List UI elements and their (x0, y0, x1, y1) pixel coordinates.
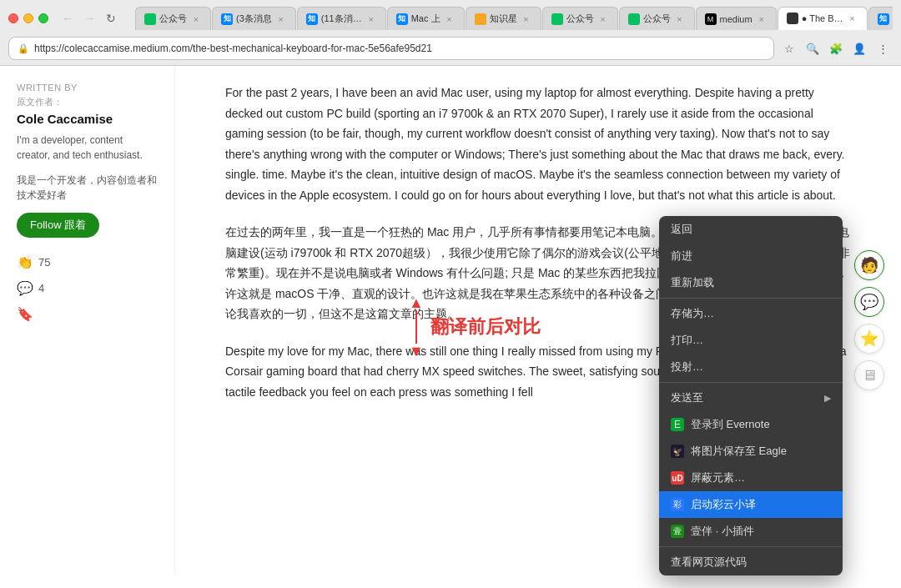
author-bio-zh: 我是一个开发者，内容创造者和技术爱好者 (17, 173, 158, 203)
context-menu-reload[interactable]: 重新加载 (659, 269, 843, 296)
author-bio-en: I'm a developer, content creator, and te… (17, 133, 158, 163)
written-by-label: WRITTEN BY (17, 83, 158, 93)
tab-favicon: M (705, 13, 717, 25)
context-forward-label: 前进 (671, 249, 692, 264)
evernote-icon: E (671, 418, 684, 431)
clap-action[interactable]: 👏 75 (17, 254, 158, 270)
tab-close-icon[interactable]: × (444, 13, 456, 25)
tab-the-best-active[interactable]: ● The B… × (778, 7, 868, 30)
minimize-window-button[interactable] (23, 13, 33, 23)
tab-close-icon[interactable]: × (597, 13, 609, 25)
tab-favicon (787, 13, 798, 24)
close-window-button[interactable] (8, 13, 18, 23)
context-menu-back[interactable]: 返回 (659, 216, 843, 243)
back-button[interactable]: ← (58, 9, 77, 28)
toolbar-icons: ☆ 🔍 🧩 👤 ⋮ (779, 38, 893, 58)
context-menu-yiban[interactable]: 壹 壹伴 · 小插件 (659, 518, 843, 545)
tab-knowledge[interactable]: 知识星 × (466, 7, 541, 30)
float-buttons: 🧑 💬 ⭐ 🖥 (854, 250, 884, 390)
article-paragraph-1: For the past 2 years, I have been an avi… (225, 83, 851, 205)
context-menu-cast[interactable]: 投射… (659, 354, 843, 380)
follow-button[interactable]: Follow 跟着 (17, 213, 99, 238)
tab-favicon (628, 13, 640, 25)
search-button[interactable]: 🔍 (803, 38, 823, 58)
tab-label: Mac 上 (411, 13, 440, 25)
context-menu-send[interactable]: 发送至 ▶ (659, 384, 843, 411)
tab-mac[interactable]: 知 Mac 上 × (387, 7, 465, 30)
context-send-label: 发送至 (671, 390, 703, 405)
tab-label: 公众号 (566, 13, 594, 25)
address-bar-row: 🔒 https://colecaccamise.medium.com/the-b… (0, 33, 901, 65)
float-button-profile[interactable]: 🧑 (854, 250, 884, 280)
menu-button[interactable]: ⋮ (873, 38, 893, 58)
title-bar: ← → ↻ 公众号 × 知 (3条消息 × 知 (11条消… × 知 (0, 0, 901, 33)
fullscreen-window-button[interactable] (38, 13, 48, 23)
context-eagle-label: 将图片保存至 Eagle (691, 444, 787, 459)
context-menu-save[interactable]: 存储为… (659, 300, 843, 327)
tab-close-icon[interactable]: × (365, 13, 377, 25)
refresh-button[interactable]: ↻ (102, 9, 120, 28)
tab-label: (11条消… (321, 13, 362, 25)
tab-favicon (551, 13, 563, 25)
context-menu-source[interactable]: 查看网页源代码 (659, 549, 843, 575)
nav-buttons: ← → ↻ (58, 9, 120, 28)
tab-close-icon[interactable]: × (756, 13, 768, 25)
profile-button[interactable]: 👤 (849, 38, 869, 58)
author-label-zh: 原文作者： (17, 96, 158, 108)
tab-yingshi[interactable]: 知 影史前… × (868, 7, 893, 30)
lock-icon: 🔒 (18, 43, 29, 54)
tab-zhi11[interactable]: 知 (11条消… × (297, 7, 386, 30)
tab-favicon: 知 (221, 13, 233, 25)
tab-label: 公众号 (643, 13, 671, 25)
comment-icon: 💬 (17, 280, 33, 296)
context-menu-ud[interactable]: uD 屏蔽元素… (659, 465, 843, 491)
context-menu-evernote[interactable]: E 登录到 Evernote (659, 411, 843, 438)
eagle-icon: 🦅 (671, 445, 684, 458)
ud-icon: uD (671, 471, 684, 485)
context-menu-eagle[interactable]: 🦅 将图片保存至 Eagle (659, 438, 843, 465)
context-menu-caiyun[interactable]: 彩 启动彩云小译 (659, 491, 843, 518)
context-menu-print[interactable]: 打印… (659, 327, 843, 354)
tab-close-icon[interactable]: × (275, 13, 287, 25)
tab-zhi3[interactable]: 知 (3条消息 × (212, 7, 296, 30)
context-cast-label: 投射… (671, 359, 703, 374)
float-button-star[interactable]: ⭐ (854, 324, 884, 354)
tab-close-icon[interactable]: × (190, 13, 202, 25)
submenu-arrow-icon: ▶ (824, 393, 831, 404)
tab-label: 知识星 (490, 13, 517, 25)
tab-label: medium (720, 14, 753, 24)
url-text: https://colecaccamise.medium.com/the-bes… (34, 43, 765, 54)
context-menu: 返回 前进 重新加载 存储为… 打印… 投射… 发送至 ▶ E 登录到 Ever… (659, 216, 843, 575)
context-save-label: 存储为… (671, 306, 714, 321)
float-button-screen[interactable]: 🖥 (854, 360, 884, 390)
float-button-chat[interactable]: 💬 (854, 287, 884, 317)
tab-close-icon[interactable]: × (847, 13, 858, 24)
comment-count: 4 (38, 282, 44, 294)
context-menu-forward[interactable]: 前进 (659, 243, 843, 269)
context-divider-2 (659, 382, 843, 383)
author-name: Cole Caccamise (17, 112, 158, 126)
tab-label: (3条消息 (236, 13, 272, 25)
context-yiban-label: 壹伴 · 小插件 (691, 524, 754, 539)
context-divider-1 (659, 298, 843, 299)
extensions-button[interactable]: 🧩 (826, 38, 846, 58)
tab-close-icon[interactable]: × (674, 13, 686, 25)
tab-gongzhonghao3[interactable]: 公众号 × (619, 7, 695, 30)
context-ud-label: 屏蔽元素… (691, 470, 745, 485)
forward-button[interactable]: → (80, 9, 98, 28)
tab-favicon: 知 (306, 13, 318, 25)
context-reload-label: 重新加载 (671, 275, 714, 290)
tab-gongzhonghao2[interactable]: 公众号 × (542, 7, 618, 30)
tab-gongzhonghao1[interactable]: 公众号 × (135, 7, 211, 30)
tab-medium[interactable]: M medium × (696, 7, 777, 30)
bookmark-action[interactable]: 🔖 (17, 306, 158, 322)
tab-favicon (144, 13, 156, 25)
address-bar[interactable]: 🔒 https://colecaccamise.medium.com/the-b… (8, 37, 774, 60)
comment-action[interactable]: 💬 4 (17, 280, 158, 296)
context-print-label: 打印… (671, 333, 703, 348)
context-back-label: 返回 (671, 222, 692, 237)
traffic-lights (8, 13, 48, 23)
tab-close-icon[interactable]: × (521, 13, 532, 25)
bookmark-button[interactable]: ☆ (779, 38, 799, 58)
sidebar-actions: 👏 75 💬 4 🔖 (17, 254, 158, 322)
